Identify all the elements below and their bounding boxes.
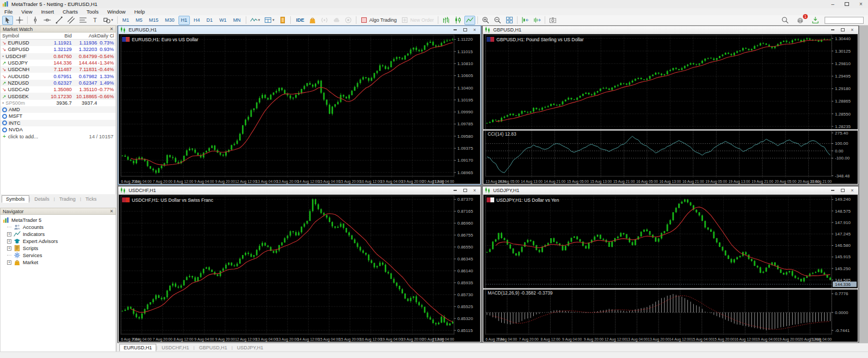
timeframe-h1-button[interactable]: H1 — [178, 16, 190, 25]
algo-trading-button[interactable]: Algo Trading — [359, 16, 399, 25]
chart-tab-usdchf-h1[interactable]: USDCHF,H1 — [157, 344, 194, 351]
mql5-updates-button[interactable] — [810, 16, 821, 25]
market-watch-row[interactable]: ↘USDCAD1.350801.35110-0.77% — [1, 86, 116, 93]
market-watch-row[interactable]: ↘AUDUSD0.679510.679821.33% — [1, 73, 116, 79]
chart-window-titlebar[interactable]: EURUSD,H1× — [118, 26, 481, 34]
chart-restore-button[interactable] — [461, 27, 469, 33]
column-header-dailych[interactable]: Daily Ch... — [97, 33, 114, 39]
shift-end-button[interactable] — [520, 16, 531, 25]
chart-close-button[interactable]: × — [470, 27, 479, 33]
navigator-item-expert-advisors[interactable]: +Expert Advisors — [3, 238, 116, 245]
market-watch-close-icon[interactable]: ✕ — [110, 27, 113, 31]
zoom-in-button[interactable] — [480, 16, 491, 25]
market-watch-row[interactable]: •SP500m3936.73937.4 — [1, 100, 116, 106]
horizontal-line-tool-button[interactable] — [42, 16, 53, 25]
column-header-bid[interactable]: Bid — [44, 33, 72, 39]
market-watch-row[interactable]: AMD — [1, 106, 116, 113]
tab-details[interactable]: Details — [30, 195, 54, 203]
timeframe-h4-button[interactable]: H4 — [191, 16, 203, 25]
signals-button[interactable] — [319, 16, 330, 25]
chart-window-titlebar[interactable]: USDCHF,H1× — [118, 187, 481, 195]
navigator-close-icon[interactable]: ✕ — [110, 209, 113, 214]
chart-minimize-button[interactable] — [451, 187, 459, 194]
column-header-symbol[interactable]: Symbol — [2, 33, 44, 39]
menu-help[interactable]: Help — [130, 9, 149, 15]
chart-canvas[interactable]: 149.240148.575147.910147.245146.580145.9… — [483, 195, 858, 342]
chart-window-titlebar[interactable]: GBPUSD,H1× — [483, 26, 858, 34]
timeframe-d1-button[interactable]: D1 — [204, 16, 216, 25]
navigator-item-indicators[interactable]: +Indicators — [3, 231, 116, 238]
tile-windows-button[interactable] — [504, 16, 515, 25]
pane-separator[interactable] — [483, 129, 858, 131]
market-watch-row[interactable]: ↗USDJPY144.336144.444-1.34% — [1, 60, 116, 66]
chart-close-button[interactable]: × — [848, 187, 857, 194]
minimize-button[interactable]: – — [826, 0, 840, 8]
navigator-root-item[interactable]: MetaTrader 5 — [3, 216, 116, 223]
candle-chart-mode-button[interactable] — [452, 16, 463, 25]
new-order-button[interactable]: New Order — [399, 16, 436, 25]
chart-minimize-button[interactable] — [451, 27, 459, 33]
timeframe-w1-button[interactable]: W1 — [216, 16, 229, 25]
line-chart-mode-button[interactable] — [464, 16, 475, 25]
crosshair-tool-button[interactable] — [14, 16, 25, 25]
expand-icon[interactable]: + — [7, 246, 11, 251]
chart-window-titlebar[interactable]: USDJPY,H1× — [483, 187, 858, 195]
expand-icon[interactable]: + — [7, 260, 11, 265]
timeframe-mn-button[interactable]: MN — [231, 16, 244, 25]
chart-tab-eurusd-h1[interactable]: EURUSD,H1 — [119, 344, 156, 351]
expand-icon[interactable]: + — [7, 239, 11, 244]
menu-insert[interactable]: Insert — [37, 9, 59, 15]
vps-cloud-button[interactable] — [331, 16, 342, 25]
menu-view[interactable]: View — [17, 9, 36, 15]
workspace-scrollbar[interactable] — [859, 25, 868, 343]
chart-minimize-button[interactable] — [828, 27, 837, 33]
pane-separator[interactable] — [483, 288, 858, 290]
text-tool-button[interactable]: T — [90, 16, 100, 25]
market-watch-row[interactable]: ↗USDSEK10.1723010.18865-0.66% — [1, 93, 116, 99]
window-layout-button[interactable]: ▾ — [263, 16, 276, 25]
tab-ticks[interactable]: Ticks — [81, 195, 101, 203]
navigator-item-market[interactable]: +Market — [3, 259, 116, 266]
market-watch-row[interactable]: ↘USDCNH7.114877.11831-0.44% — [1, 66, 116, 73]
toolbar-search-button[interactable] — [780, 16, 790, 25]
chart-restore-button[interactable] — [838, 27, 847, 33]
timeframe-m5-button[interactable]: M5 — [133, 16, 145, 25]
chart-restore-button[interactable] — [461, 187, 469, 194]
zoom-out-button[interactable] — [492, 16, 503, 25]
market-watch-row[interactable]: MSFT — [1, 113, 116, 119]
chart-canvas[interactable]: 0.873700.871650.869600.867550.865500.863… — [119, 195, 480, 342]
market-watch-row[interactable]: INTC — [1, 120, 116, 126]
market-watch-row[interactable]: •USDCHF0.847600.84799-0.54% — [1, 53, 116, 60]
menu-charts[interactable]: Charts — [59, 9, 82, 15]
menu-file[interactable]: File — [0, 9, 17, 15]
bar-chart-mode-button[interactable] — [441, 16, 451, 25]
close-button[interactable]: × — [854, 0, 868, 8]
metaeditor-ide-button[interactable]: IDE — [293, 16, 306, 25]
chart-tab-usdjpy-h1[interactable]: USDJPY,H1 — [233, 344, 267, 351]
chart-close-button[interactable]: × — [470, 187, 479, 194]
maximize-button[interactable] — [840, 0, 854, 8]
expand-icon[interactable]: + — [7, 232, 11, 236]
timeframe-m15-button[interactable]: M15 — [146, 16, 162, 25]
column-header-ask[interactable]: Ask — [72, 33, 97, 39]
market-watch-row[interactable]: ↘EURUSD1.119211.119360.73% — [1, 40, 116, 46]
notifications-button[interactable]: 1 — [795, 16, 806, 25]
cursor-tool-button[interactable] — [2, 16, 13, 25]
channel-tool-button[interactable] — [66, 16, 76, 25]
auto-scroll-button[interactable] — [532, 16, 542, 25]
trendline-tool-button[interactable] — [54, 16, 65, 25]
chart-canvas[interactable]: 1.304401.301251.298101.294951.291801.288… — [483, 34, 858, 184]
indicator-list-button[interactable]: ▾ — [248, 16, 262, 25]
community-button[interactable] — [343, 16, 354, 25]
market-watch-row[interactable]: NVDA — [1, 126, 116, 133]
chart-canvas[interactable]: 1.112201.110151.108101.106051.104001.101… — [119, 34, 480, 184]
vertical-line-tool-button[interactable] — [30, 16, 41, 25]
screenshot-button[interactable] — [547, 16, 558, 25]
navigator-item-services[interactable]: Services — [3, 252, 116, 259]
timeframe-m30-button[interactable]: M30 — [162, 16, 177, 25]
chart-restore-button[interactable] — [838, 187, 847, 194]
chart-tab-gbpusd-h1[interactable]: GBPUSD,H1 — [195, 344, 232, 351]
fibonacci-tool-button[interactable] — [78, 16, 88, 25]
add-symbol-row[interactable]: +click to add...14 / 10157 — [1, 133, 116, 140]
navigator-item-scripts[interactable]: +Scripts — [3, 245, 116, 252]
